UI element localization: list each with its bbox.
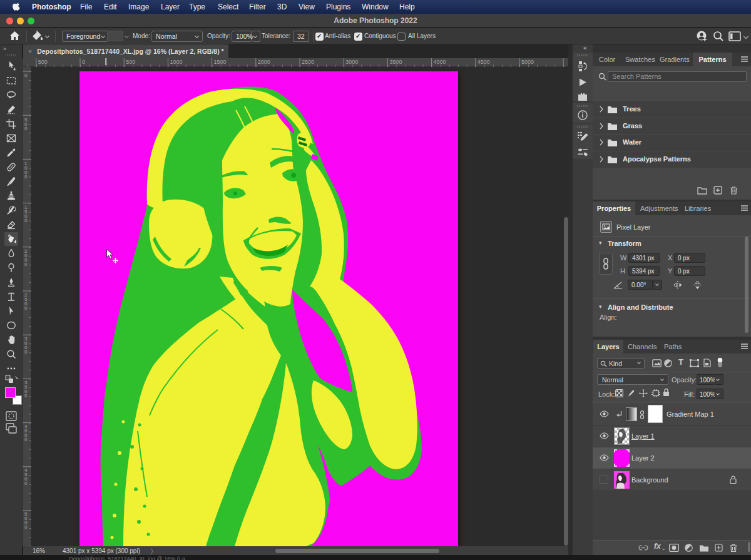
svg-text:500: 500 — [126, 59, 135, 65]
svg-text:1500: 1500 — [24, 205, 28, 223]
svg-text:3500: 3500 — [389, 59, 402, 65]
svg-text:2500: 2500 — [302, 59, 314, 65]
svg-text:4000: 4000 — [434, 59, 446, 65]
svg-text:4000: 4000 — [24, 424, 28, 442]
svg-text:2000: 2000 — [258, 59, 270, 65]
svg-text:1000: 1000 — [24, 161, 28, 180]
svg-text:0: 0 — [24, 73, 28, 78]
svg-text:4500: 4500 — [24, 467, 28, 486]
svg-text:4500: 4500 — [478, 59, 490, 65]
svg-text:2000: 2000 — [24, 248, 28, 267]
svg-text:0: 0 — [82, 59, 85, 65]
svg-text:500: 500 — [38, 59, 48, 65]
svg-text:3000: 3000 — [345, 59, 358, 65]
svg-text:5000: 5000 — [521, 59, 534, 65]
svg-text:1500: 1500 — [214, 59, 227, 65]
svg-text:1000: 1000 — [170, 59, 182, 65]
svg-text:3000: 3000 — [24, 336, 28, 355]
svg-text:5000: 5000 — [24, 511, 28, 530]
svg-text:500: 500 — [24, 117, 28, 131]
svg-text:3500: 3500 — [24, 380, 28, 399]
svg-text:2500: 2500 — [24, 292, 28, 311]
